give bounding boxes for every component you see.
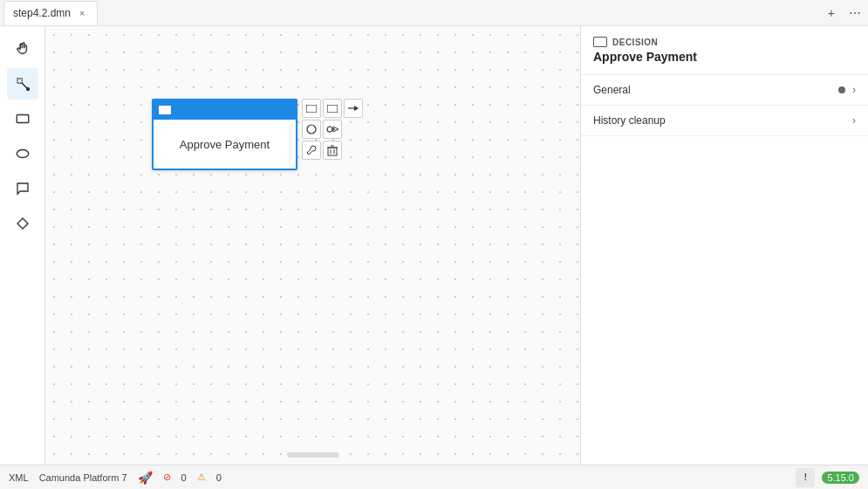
ctx-link-btn[interactable] <box>323 120 342 139</box>
tab-label: step4.2.dmn <box>13 7 71 19</box>
svg-rect-0 <box>17 79 22 83</box>
context-pad <box>302 99 363 162</box>
status-bar: XML Camunda Platform 7 🚀 ⊘ 0 ⚠ 0 ! 5.15.… <box>0 465 868 489</box>
svg-point-10 <box>327 127 332 132</box>
right-panel-header: DECISION Approve Payment <box>581 26 868 75</box>
ellipse-tool-button[interactable] <box>7 138 38 169</box>
status-alert-button[interactable]: ! <box>796 468 815 487</box>
panel-section-history[interactable]: History cleanup › <box>581 106 868 136</box>
left-toolbar <box>0 26 45 465</box>
decision-node-header <box>154 100 296 120</box>
svg-rect-13 <box>328 148 337 155</box>
section-history-label: History cleanup <box>593 114 852 127</box>
engine-icon: 🚀 <box>138 471 153 485</box>
context-pad-row-3 <box>302 141 363 160</box>
error-icon: ⊘ <box>163 472 171 483</box>
warning-icon: ⚠ <box>197 472 206 483</box>
context-pad-row-1 <box>302 99 363 118</box>
svg-point-4 <box>17 150 29 158</box>
svg-marker-8 <box>354 106 359 111</box>
section-general-arrow: › <box>852 84 856 96</box>
status-bar-right: ! 5.15.0 <box>796 468 859 487</box>
canvas-area[interactable]: Approve Payment <box>45 26 580 465</box>
add-tab-button[interactable]: + <box>824 4 838 22</box>
title-bar: step4.2.dmn × + ⋯ <box>0 0 868 26</box>
tab-close-button[interactable]: × <box>76 7 88 19</box>
svg-rect-5 <box>306 105 317 113</box>
ctx-delete-btn[interactable] <box>323 141 342 160</box>
panel-type-label: DECISION <box>612 38 658 47</box>
hand-tool-button[interactable] <box>7 33 38 65</box>
decision-node-body: Approve Payment <box>154 120 296 169</box>
more-options-button[interactable]: ⋯ <box>845 4 865 22</box>
platform-label: Camunda Platform 7 <box>39 472 127 483</box>
svg-point-9 <box>307 125 316 134</box>
scroll-indicator <box>287 452 339 458</box>
panel-type-row: DECISION <box>593 37 856 47</box>
decision-node[interactable]: Approve Payment <box>152 99 297 170</box>
ctx-wrench-btn[interactable] <box>302 141 321 160</box>
svg-rect-6 <box>327 105 338 113</box>
decision-header-icon <box>159 106 171 114</box>
panel-section-general[interactable]: General › <box>581 75 868 106</box>
svg-rect-3 <box>17 115 29 123</box>
speech-tool-button[interactable] <box>7 173 38 204</box>
lasso-tool-button[interactable] <box>7 68 38 100</box>
ctx-decision-btn[interactable] <box>302 99 321 118</box>
version-badge: 5.15.0 <box>822 472 859 484</box>
warning-count: 0 <box>216 472 222 483</box>
file-tab[interactable]: step4.2.dmn × <box>3 1 98 25</box>
svg-point-2 <box>26 88 29 91</box>
xml-label[interactable]: XML <box>9 472 29 483</box>
error-count: 0 <box>181 472 187 483</box>
svg-line-1 <box>22 83 27 88</box>
panel-node-name: Approve Payment <box>593 50 856 64</box>
decision-node-label: Approve Payment <box>180 138 270 151</box>
ctx-decision2-btn[interactable] <box>323 99 342 118</box>
ctx-input-btn[interactable] <box>302 120 321 139</box>
ctx-connect-btn[interactable] <box>344 99 363 118</box>
rect-tool-button[interactable] <box>7 103 38 134</box>
diamond-tool-button[interactable] <box>7 208 38 239</box>
right-panel: DECISION Approve Payment General › Histo… <box>580 26 868 465</box>
title-bar-actions: + ⋯ <box>824 4 865 22</box>
section-general-label: General <box>593 84 838 96</box>
main-container: Approve Payment <box>0 26 868 465</box>
context-pad-row-2 <box>302 120 363 139</box>
section-general-dot <box>838 86 845 93</box>
type-icon <box>593 37 607 47</box>
section-history-arrow: › <box>852 114 856 127</box>
